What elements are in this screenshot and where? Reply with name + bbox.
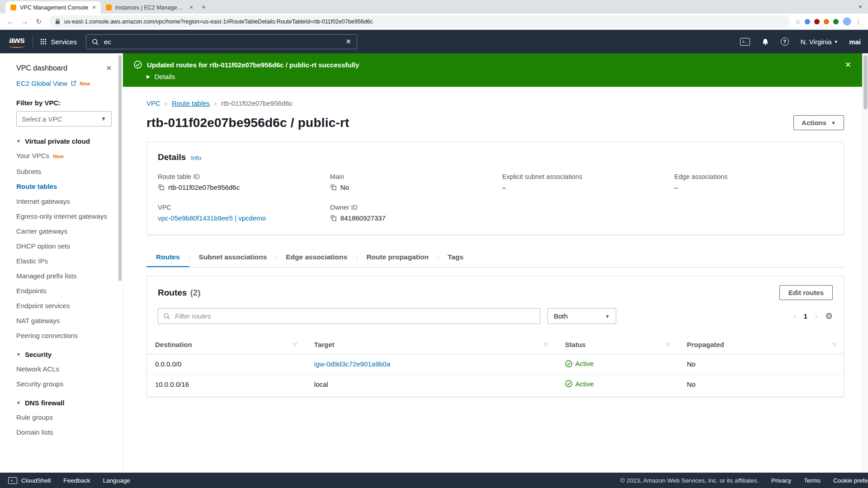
previous-page-icon[interactable]: ‹ [794,312,796,320]
privacy-link[interactable]: Privacy [771,477,791,484]
tab-route-propagation[interactable]: Route propagation [357,253,438,267]
copy-icon[interactable] [330,184,337,191]
bookmark-star-icon[interactable]: ☆ [795,18,801,25]
cloudshell-button[interactable]: >_ CloudShell [8,477,51,484]
column-header-target[interactable]: Target▽ [314,336,565,354]
browser-menu-icon[interactable]: ⋮ [855,18,862,25]
cookie-preferences-link[interactable]: Cookie preferences [833,477,868,484]
sidebar-item-egress-only-internet-gateways[interactable]: Egress-only internet gateways [16,212,107,220]
column-header-propagated[interactable]: Propagated▽ [687,336,844,354]
language-link[interactable]: Language [103,477,130,484]
sidebar-item-your-vpcs[interactable]: Your VPCs [16,152,49,160]
site-info-lock-icon[interactable] [55,19,60,24]
tab-close-icon[interactable]: ✕ [189,5,193,10]
terms-link[interactable]: Terms [804,477,821,484]
sidebar-scrollbar[interactable] [118,55,122,281]
sort-icon[interactable]: ▽ [544,342,547,347]
tab-edge-associations[interactable]: Edge associations [276,253,357,267]
extension-icon[interactable] [814,19,820,24]
new-tab-button[interactable]: + [198,1,210,13]
sidebar-item-endpoint-services[interactable]: Endpoint services [16,302,70,310]
flashbar-details-toggle[interactable]: ▶ Details [146,73,851,80]
sidebar-item-rule-groups[interactable]: Rule groups [16,413,53,421]
tab-tags[interactable]: Tags [438,253,473,267]
extension-icon[interactable] [824,19,829,24]
feedback-link[interactable]: Feedback [63,477,90,484]
breadcrumb-route-tables[interactable]: Route tables [172,99,210,107]
column-header-status[interactable]: Status▽ [565,336,687,354]
tab-close-icon[interactable]: ✕ [92,5,96,10]
section-virtual-private-cloud[interactable]: ▼ Virtual private cloud [16,137,112,145]
sort-icon[interactable]: ▽ [833,342,836,347]
actions-button[interactable]: Actions ▼ [793,115,844,130]
sidebar-item-security-groups[interactable]: Security groups [16,380,63,388]
sidebar-item-internet-gateways[interactable]: Internet gateways [16,197,70,205]
route-table-id-value: rtb-011f02e07be956d6c [168,183,240,191]
search-clear-icon[interactable]: ✕ [345,38,351,46]
forward-icon[interactable]: → [19,15,31,28]
browser-tab-inactive[interactable]: Instances | EC2 Management Co ✕ [101,1,198,14]
sidebar-item-network-acls[interactable]: Network ACLs [16,365,59,373]
notifications-bell-icon[interactable] [762,38,769,46]
sidebar-item-ec2-global-view[interactable]: EC2 Global View [16,80,67,87]
info-link[interactable]: Info [191,155,201,161]
section-security[interactable]: ▼ Security [16,351,112,358]
url-text: us-east-1.console.aws.amazon.com/vpc/hom… [64,19,373,25]
sidebar-item-subnets[interactable]: Subnets [16,168,41,175]
sidebar-item-route-tables[interactable]: Route tables [16,183,57,190]
cloudshell-icon[interactable]: >_ [740,38,750,46]
section-dns-firewall[interactable]: ▼ DNS firewall [16,399,112,407]
sort-icon[interactable]: ▽ [293,342,297,347]
column-header-destination[interactable]: Destination▽ [147,336,314,354]
vpc-link[interactable]: vpc-05e9b80f1431b9ee5 | vpcdemo [158,214,266,222]
extension-icon[interactable] [833,19,839,24]
account-menu[interactable]: mai [849,38,861,46]
sidebar-item-endpoints[interactable]: Endpoints [16,287,47,295]
region-selector[interactable]: N. Virginia ▾ [801,38,837,46]
page-scrollbar[interactable] [862,53,868,473]
sort-icon[interactable]: ▽ [666,342,670,347]
browser-tab-active[interactable]: VPC Management Console ✕ [5,1,101,14]
sidebar-item-carrier-gateways[interactable]: Carrier gateways [16,227,67,235]
close-side-nav-icon[interactable]: ✕ [106,64,112,72]
url-bar[interactable]: us-east-1.console.aws.amazon.com/vpc/hom… [49,15,790,28]
target-link[interactable]: igw-0d9d3c72e901a9b0a [314,360,390,368]
route-scope-select[interactable]: Both ▼ [547,308,616,324]
actions-label: Actions [802,119,826,127]
back-icon[interactable]: ← [5,15,17,28]
profile-avatar[interactable] [843,17,851,26]
main-value: No [340,183,349,191]
table-settings-gear-icon[interactable]: ⚙ [825,311,833,321]
tab-search-chevron-icon[interactable]: ▾ [859,4,862,10]
aws-logo[interactable]: aws [7,36,26,48]
routes-count: (2) [190,288,200,297]
copy-icon[interactable] [158,184,165,191]
sidebar-item-vpc-dashboard[interactable]: VPC dashboard [16,64,67,72]
console-search-bar[interactable]: ✕ [86,34,357,49]
vpc-filter-select[interactable]: Select a VPC ▼ [16,111,112,127]
sidebar-item-managed-prefix-lists[interactable]: Managed prefix lists [16,272,76,280]
tab-routes[interactable]: Routes [146,253,189,267]
help-icon[interactable]: ? [781,38,789,46]
services-menu-button[interactable]: Services [33,36,77,47]
flashbar-close-icon[interactable]: ✕ [845,60,851,70]
sidebar-item-nat-gateways[interactable]: NAT gateways [16,317,60,324]
route-row: 10.0.0.0/16 local Active No [147,374,844,395]
edit-routes-button[interactable]: Edit routes [779,285,833,300]
sidebar-item-peering-connections[interactable]: Peering connections [16,332,78,339]
scrollbar-thumb[interactable] [863,55,868,109]
tab-subnet-associations[interactable]: Subnet associations [189,253,277,267]
console-search-input[interactable] [103,38,341,46]
current-page[interactable]: 1 [804,312,807,320]
sidebar-item-elastic-ips[interactable]: Elastic IPs [16,257,48,265]
routes-filter-input[interactable] [174,312,535,320]
copy-icon[interactable] [330,215,337,221]
chevron-down-icon: ▼ [605,314,610,319]
sidebar-item-dhcp-option-sets[interactable]: DHCP option sets [16,242,70,250]
next-page-icon[interactable]: › [815,312,817,320]
column-label: Status [565,341,586,348]
reload-icon[interactable]: ↻ [33,15,45,28]
sidebar-item-domain-lists[interactable]: Domain lists [16,428,53,436]
extension-icon[interactable] [805,19,810,24]
breadcrumb-vpc[interactable]: VPC [146,99,160,107]
